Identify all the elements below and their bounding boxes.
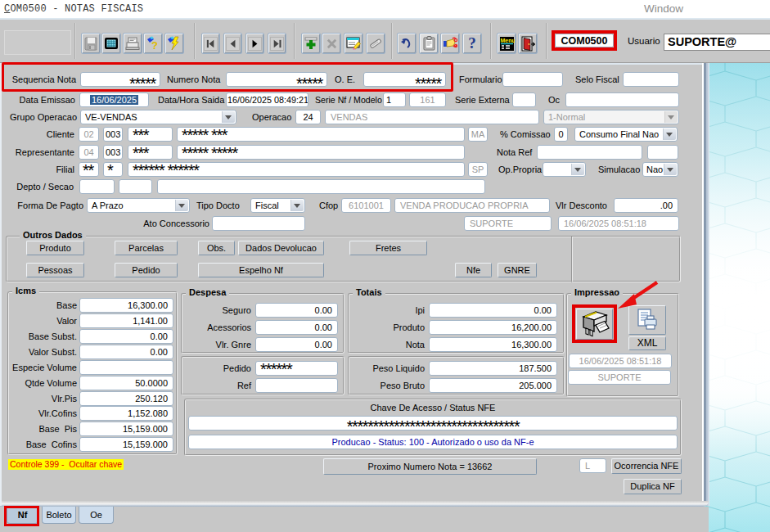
svg-text:Menu: Menu (500, 37, 515, 43)
svg-text:?: ? (151, 39, 158, 51)
